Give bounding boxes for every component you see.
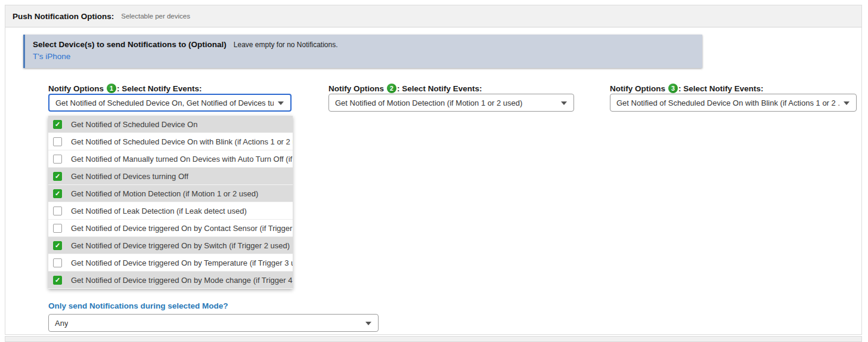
checkbox[interactable] <box>53 189 62 198</box>
checkbox[interactable] <box>53 258 62 267</box>
push-notification-options-panel: Push Notification Options: Selectable pe… <box>5 5 862 335</box>
notify-options-1-label: Notify Options 1 : Select Notify Events: <box>48 83 202 94</box>
number-2-badge-icon: 2 <box>387 84 396 93</box>
chevron-down-icon <box>844 101 850 105</box>
checkbox[interactable] <box>53 120 62 129</box>
checkbox[interactable] <box>53 276 62 285</box>
number-1-badge-icon: 1 <box>107 84 116 93</box>
checkbox[interactable] <box>53 137 62 146</box>
mode-filter-question: Only send Notifications during selected … <box>48 301 228 310</box>
number-3-badge-icon: 3 <box>668 84 678 93</box>
list-item[interactable]: Get Notified of Motion Detection (if Mot… <box>48 185 293 202</box>
list-item-label: Get Notified of Device triggered On by T… <box>71 258 293 267</box>
banner-title: Select Device(s) to send Notifications t… <box>33 40 227 49</box>
list-item-label: Get Notified of Device triggered On by M… <box>71 276 293 285</box>
notify-options-2-label: Notify Options 2 : Select Notify Events: <box>328 83 482 94</box>
list-item[interactable]: Get Notified of Scheduled Device On with… <box>48 133 293 150</box>
select-value: Get Notified of Scheduled Device On, Get… <box>55 98 274 107</box>
checkbox[interactable] <box>53 207 62 215</box>
chevron-down-icon <box>561 101 567 105</box>
device-selection-banner: Select Device(s) to send Notifications t… <box>23 35 702 68</box>
list-item-label: Get Notified of Scheduled Device On <box>71 120 197 129</box>
list-item[interactable]: Get Notified of Device triggered On by C… <box>48 220 293 237</box>
next-section-edge <box>5 336 862 342</box>
mode-select[interactable]: Any <box>48 314 379 332</box>
list-item-label: Get Notified of Motion Detection (if Mot… <box>71 189 258 198</box>
list-item[interactable]: Get Notified of Devices turning Off <box>48 168 293 185</box>
select-value: Any <box>55 319 68 328</box>
chevron-down-icon <box>365 322 371 325</box>
notify-events-select-2[interactable]: Get Notified of Motion Detection (if Mot… <box>328 94 574 112</box>
device-link-ts-iphone[interactable]: T's iPhone <box>33 52 70 61</box>
page-subtitle: Selectable per devices <box>121 13 190 20</box>
select-notify-events-text: : Select Notify Events: <box>117 84 202 93</box>
checkbox[interactable] <box>53 172 62 181</box>
chevron-down-icon <box>278 101 284 105</box>
list-item-label: Get Notified of Leak Detection (if Leak … <box>71 207 247 215</box>
list-item[interactable]: Get Notified of Device triggered On by T… <box>48 254 293 272</box>
list-item[interactable]: Get Notified of Manually turned On Devic… <box>48 150 293 168</box>
select-notify-events-text: : Select Notify Events: <box>678 84 764 93</box>
notify-events-select-1[interactable]: Get Notified of Scheduled Device On, Get… <box>48 94 292 112</box>
list-item-label: Get Notified of Device triggered On by C… <box>71 224 293 233</box>
notify-options-label-text: Notify Options <box>610 84 665 93</box>
list-item-label: Get Notified of Manually turned On Devic… <box>71 155 293 164</box>
list-item-label: Get Notified of Devices turning Off <box>71 172 188 181</box>
list-item[interactable]: Get Notified of Device triggered On by M… <box>48 272 293 289</box>
select-value: Get Notified of Motion Detection (if Mot… <box>335 98 522 107</box>
notify-events-dropdown-list: Get Notified of Scheduled Device On Get … <box>48 116 293 289</box>
select-notify-events-text: : Select Notify Events: <box>397 84 482 93</box>
checkbox[interactable] <box>53 224 62 233</box>
notify-options-label-text: Notify Options <box>48 84 104 93</box>
list-item[interactable]: Get Notified of Scheduled Device On <box>48 116 293 133</box>
checkbox[interactable] <box>53 155 62 164</box>
select-value: Get Notified of Scheduled Device On with… <box>616 98 839 107</box>
list-item-label: Get Notified of Device triggered On by S… <box>71 241 290 250</box>
checkbox[interactable] <box>53 241 62 250</box>
section-header: Push Notification Options: Selectable pe… <box>5 5 861 27</box>
list-item-label: Get Notified of Scheduled Device On with… <box>71 137 293 146</box>
notify-options-3-label: Notify Options 3 : Select Notify Events: <box>610 83 764 94</box>
page-title: Push Notification Options: <box>13 12 114 21</box>
notify-events-select-3[interactable]: Get Notified of Scheduled Device On with… <box>610 94 857 112</box>
banner-hint: Leave empty for no Notifications. <box>234 41 338 49</box>
list-item[interactable]: Get Notified of Device triggered On by S… <box>48 237 293 254</box>
list-item[interactable]: Get Notified of Leak Detection (if Leak … <box>48 202 293 220</box>
notify-options-label-text: Notify Options <box>328 84 384 93</box>
